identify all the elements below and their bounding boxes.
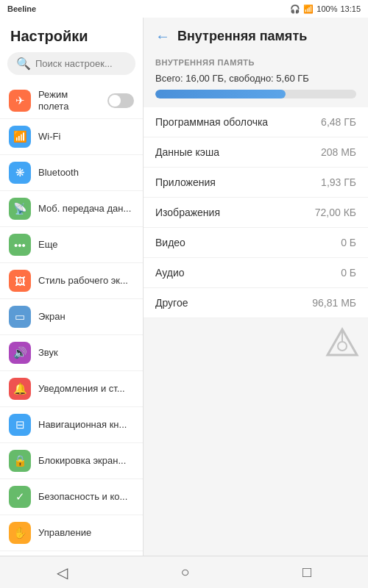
recent-nav-button[interactable]: □ [288, 558, 326, 587]
screen-icon: ▭ [9, 306, 31, 328]
sidebar-label-bluetooth: Bluetooth [38, 167, 79, 179]
lock-icon: 🔒 [9, 450, 31, 472]
sidebar-item-more[interactable]: •••Еще [0, 227, 143, 263]
sidebar-item-screen[interactable]: ▭Экран [0, 299, 143, 335]
storage-row-value: 0 Б [341, 267, 356, 279]
sidebar-item-wifi[interactable]: 📶Wi-Fi [0, 119, 143, 155]
storage-row-label: Другое [155, 297, 188, 309]
sidebar-item-desktop[interactable]: 🖼Стиль рабочего эк... [0, 263, 143, 299]
search-icon: 🔍 [16, 57, 31, 71]
right-panel: ← Внутренняя память ВНУТРЕННЯЯ ПАМЯТЬ Вс… [144, 18, 368, 556]
mobile-icon: 📡 [9, 198, 31, 220]
sidebar-item-airplane[interactable]: ✈Режим полета [0, 82, 143, 119]
signal-icon: 📶 [303, 4, 314, 14]
sidebar-item-navigation[interactable]: ⊟Навигационная кн... [0, 407, 143, 443]
time-label: 13:15 [340, 4, 361, 13]
storage-row: Программная оболочка6,48 ГБ [144, 107, 368, 137]
carrier-label: Beeline [7, 4, 36, 13]
sidebar-label-screen: Экран [38, 311, 66, 323]
storage-row-label: Приложения [155, 176, 216, 188]
panel-header: ← Внутренняя память [144, 18, 368, 52]
storage-row-value: 96,81 МБ [312, 297, 356, 309]
home-nav-button[interactable]: ○ [166, 558, 204, 587]
sidebar-label-mobile: Моб. передача дан... [38, 203, 131, 215]
storage-row-label: Данные кэша [155, 146, 219, 158]
sound-icon: 🔊 [9, 342, 31, 364]
storage-bar [155, 90, 356, 98]
storage-row-value: 6,48 ГБ [321, 116, 356, 128]
sidebar-label-airplane: Режим полета [38, 89, 100, 112]
storage-row: Видео0 Б [144, 228, 368, 258]
sidebar-item-bluetooth[interactable]: ❋Bluetooth [0, 155, 143, 191]
desktop-icon: 🖼 [9, 270, 31, 292]
sidebar-label-security: Безопасность и ко... [38, 491, 127, 503]
svg-point-1 [338, 342, 347, 351]
storage-row: Приложения1,93 ГБ [144, 168, 368, 198]
sidebar-label-desktop: Стиль рабочего эк... [38, 275, 128, 287]
sidebar-item-mobile[interactable]: 📡Моб. передача дан... [0, 191, 143, 227]
storage-row: Изображения72,00 КБ [144, 198, 368, 228]
search-box[interactable]: 🔍 [7, 52, 135, 75]
headphone-icon: 🎧 [290, 4, 300, 14]
storage-row: Данные кэша208 МБ [144, 137, 368, 168]
airplane-toggle[interactable] [107, 93, 134, 108]
manage-icon: ✋ [9, 522, 31, 544]
sidebar-item-lock[interactable]: 🔒Блокировка экран... [0, 443, 143, 479]
storage-row-label: Программная оболочка [155, 116, 268, 128]
storage-row: Другое96,81 МБ [144, 288, 368, 318]
battery-label: 100% [316, 4, 337, 13]
sidebar-label-manage: Управление [38, 527, 91, 539]
sidebar-label-notifications: Уведомления и ст... [38, 383, 125, 395]
sidebar: Настройки 🔍 ✈Режим полета📶Wi-Fi❋Bluetoot… [0, 18, 144, 556]
sidebar-title: Настройки [0, 18, 143, 52]
storage-bar-fill [155, 90, 286, 98]
storage-row-value: 1,93 ГБ [321, 176, 356, 188]
storage-row: Аудио0 Б [144, 258, 368, 288]
back-nav-button[interactable]: ◁ [42, 558, 82, 587]
sidebar-item-security[interactable]: ✓Безопасность и ко... [0, 479, 143, 515]
sidebar-label-lock: Блокировка экран... [38, 455, 126, 467]
panel-title: Внутренняя память [177, 29, 307, 44]
sidebar-item-manage[interactable]: ✋Управление [0, 515, 143, 551]
section-label: ВНУТРЕННЯЯ ПАМЯТЬ [144, 52, 368, 70]
status-icons: 🎧 📶 100% 13:15 [290, 4, 361, 14]
sidebar-item-notifications[interactable]: 🔔Уведомления и ст... [0, 371, 143, 407]
sidebar-label-wifi: Wi-Fi [38, 131, 60, 143]
storage-row-label: Изображения [155, 207, 220, 218]
storage-row-value: 72,00 КБ [315, 207, 356, 218]
search-input[interactable] [35, 58, 127, 69]
notifications-icon: 🔔 [9, 378, 31, 400]
storage-row-value: 0 Б [341, 237, 356, 248]
bluetooth-icon: ❋ [9, 162, 31, 184]
storage-rows: Программная оболочка6,48 ГБДанные кэша20… [144, 107, 368, 318]
storage-row-label: Видео [155, 237, 185, 248]
sidebar-label-navigation: Навигационная кн... [38, 419, 127, 431]
bottom-nav: ◁ ○ □ [0, 556, 368, 588]
status-bar: Beeline 🎧 📶 100% 13:15 [0, 0, 368, 18]
security-icon: ✓ [9, 486, 31, 508]
navigation-icon: ⊟ [9, 414, 31, 436]
storage-row-label: Аудио [155, 267, 185, 279]
back-button[interactable]: ← [155, 28, 170, 45]
airplane-icon: ✈ [9, 90, 31, 112]
sidebar-item-sound[interactable]: 🔊Звук [0, 335, 143, 371]
main-container: Настройки 🔍 ✈Режим полета📶Wi-Fi❋Bluetoot… [0, 18, 368, 556]
wifi-icon: 📶 [9, 126, 31, 148]
storage-row-value: 208 МБ [321, 146, 356, 158]
sidebar-items-list: ✈Режим полета📶Wi-Fi❋Bluetooth📡Моб. перед… [0, 82, 143, 556]
storage-summary: Всего: 16,00 ГБ, свободно: 5,60 ГБ [144, 70, 368, 90]
huawei-watermark [144, 318, 368, 362]
more-icon: ••• [9, 234, 31, 256]
sidebar-label-sound: Звук [38, 347, 58, 359]
sidebar-label-more: Еще [38, 239, 57, 251]
